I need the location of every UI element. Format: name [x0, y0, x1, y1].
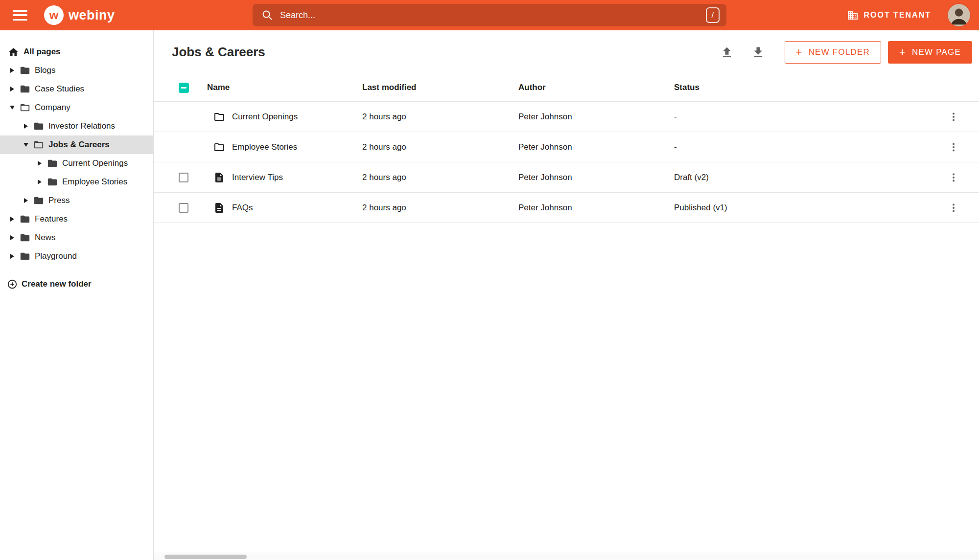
- table-row[interactable]: Current Openings 2 hours ago Peter Johns…: [154, 102, 979, 132]
- sidebar-item-current-openings[interactable]: Current Openings: [0, 154, 153, 173]
- sidebar-item-label: Current Openings: [62, 158, 128, 168]
- plus-icon: +: [899, 46, 906, 59]
- row-name: Current Openings: [232, 112, 298, 122]
- scrollbar-thumb[interactable]: [164, 555, 247, 559]
- folder-icon: [20, 65, 30, 76]
- row-author: Peter Johnson: [518, 173, 674, 182]
- page-file-icon: [213, 172, 225, 183]
- row-actions-menu-button[interactable]: [946, 200, 961, 216]
- user-avatar[interactable]: [948, 4, 970, 26]
- sidebar-item-investor-relations[interactable]: Investor Relations: [0, 117, 153, 135]
- column-header-status: Status: [674, 83, 928, 92]
- upload-icon: [720, 45, 734, 59]
- chevron-right-icon[interactable]: [8, 87, 17, 91]
- kebab-icon: [948, 202, 959, 214]
- avatar-image: [948, 4, 970, 26]
- logo-wordmark: webiny: [69, 8, 115, 23]
- row-status: -: [674, 112, 928, 122]
- row-name: FAQs: [232, 203, 253, 213]
- folder-icon: [20, 251, 30, 262]
- pages-table: Name Last modified Author Status Current…: [154, 74, 979, 223]
- horizontal-scrollbar: [154, 553, 979, 560]
- row-modified: 2 hours ago: [362, 142, 518, 152]
- row-name: Interview Tips: [232, 173, 283, 182]
- table-row[interactable]: Interview Tips 2 hours ago Peter Johnson…: [154, 162, 979, 193]
- new-page-button[interactable]: + NEW PAGE: [888, 41, 972, 64]
- page-file-icon: [213, 202, 225, 214]
- column-header-name: Name: [207, 83, 362, 92]
- search-icon: [261, 9, 273, 21]
- row-modified: 2 hours ago: [362, 173, 518, 182]
- sidebar-item-employee-stories[interactable]: Employee Stories: [0, 173, 153, 191]
- download-icon: [751, 45, 765, 59]
- tenant-selector[interactable]: ROOT TENANT: [847, 9, 931, 21]
- sidebar-item-case-studies[interactable]: Case Studies: [0, 80, 153, 98]
- folder-icon: [33, 121, 44, 132]
- top-bar: w webiny / ROOT TENANT: [0, 0, 979, 30]
- row-author: Peter Johnson: [518, 112, 674, 122]
- row-checkbox[interactable]: [179, 203, 188, 213]
- chevron-down-icon[interactable]: [22, 143, 30, 147]
- row-modified: 2 hours ago: [362, 203, 518, 213]
- chevron-right-icon[interactable]: [8, 254, 17, 259]
- folder-icon: [47, 158, 58, 169]
- create-new-folder-button[interactable]: Create new folder: [0, 275, 153, 293]
- sidebar-item-company[interactable]: Company: [0, 98, 153, 117]
- folder-icon: [33, 195, 44, 206]
- row-author: Peter Johnson: [518, 142, 674, 152]
- folder-icon: [47, 177, 58, 187]
- chevron-right-icon[interactable]: [22, 124, 30, 129]
- folder-icon: [213, 141, 225, 153]
- sidebar-item-blogs[interactable]: Blogs: [0, 61, 153, 80]
- chevron-right-icon[interactable]: [35, 161, 44, 166]
- row-status: Draft (v2): [674, 173, 928, 182]
- menu-icon[interactable]: [13, 10, 27, 21]
- sidebar-item-label: Employee Stories: [62, 177, 127, 187]
- sidebar-item-playground[interactable]: Playground: [0, 247, 153, 266]
- sidebar-item-all-pages[interactable]: All pages: [0, 43, 153, 61]
- export-pages-button[interactable]: [748, 43, 768, 62]
- row-name: Employee Stories: [232, 142, 297, 152]
- create-folder-label: Create new folder: [22, 279, 92, 289]
- column-header-modified: Last modified: [362, 83, 518, 92]
- column-header-author: Author: [518, 83, 674, 92]
- kebab-icon: [948, 141, 959, 153]
- import-pages-button[interactable]: [717, 43, 737, 62]
- webiny-logo[interactable]: w webiny: [44, 5, 115, 25]
- chevron-right-icon[interactable]: [22, 198, 30, 203]
- folder-icon: [20, 232, 30, 243]
- sidebar-item-label: Company: [35, 103, 70, 112]
- row-actions-menu-button[interactable]: [946, 139, 961, 155]
- row-actions-menu-button[interactable]: [946, 170, 961, 185]
- table-row[interactable]: FAQs 2 hours ago Peter Johnson Published…: [154, 193, 979, 223]
- chevron-down-icon[interactable]: [8, 106, 17, 110]
- folder-icon: [213, 111, 225, 123]
- chevron-right-icon[interactable]: [8, 235, 17, 240]
- plus-circle-icon: [7, 279, 18, 290]
- new-folder-button[interactable]: + NEW FOLDER: [785, 41, 881, 64]
- folder-open-icon: [20, 102, 30, 113]
- row-actions-menu-button[interactable]: [946, 109, 961, 125]
- folder-icon: [20, 214, 30, 224]
- sidebar-item-features[interactable]: Features: [0, 210, 153, 228]
- chevron-right-icon[interactable]: [35, 179, 44, 184]
- row-modified: 2 hours ago: [362, 112, 518, 122]
- row-status: Published (v1): [674, 203, 928, 213]
- sidebar-item-news[interactable]: News: [0, 228, 153, 247]
- home-icon: [8, 46, 19, 58]
- search-bar[interactable]: /: [253, 4, 726, 26]
- sidebar-item-label: Features: [35, 214, 68, 224]
- plus-icon: +: [796, 46, 803, 59]
- search-input[interactable]: [280, 10, 706, 21]
- sidebar-item-jobs-careers[interactable]: Jobs & Careers: [0, 135, 153, 154]
- folder-icon: [20, 84, 30, 94]
- table-header-row: Name Last modified Author Status: [154, 74, 979, 102]
- sidebar-item-label: Press: [48, 196, 70, 205]
- table-row[interactable]: Employee Stories 2 hours ago Peter Johns…: [154, 132, 979, 162]
- logo-mark: w: [44, 5, 64, 25]
- select-all-checkbox[interactable]: [179, 83, 189, 93]
- sidebar-item-press[interactable]: Press: [0, 191, 153, 210]
- row-checkbox[interactable]: [179, 173, 188, 182]
- chevron-right-icon[interactable]: [8, 217, 17, 222]
- chevron-right-icon[interactable]: [8, 68, 17, 73]
